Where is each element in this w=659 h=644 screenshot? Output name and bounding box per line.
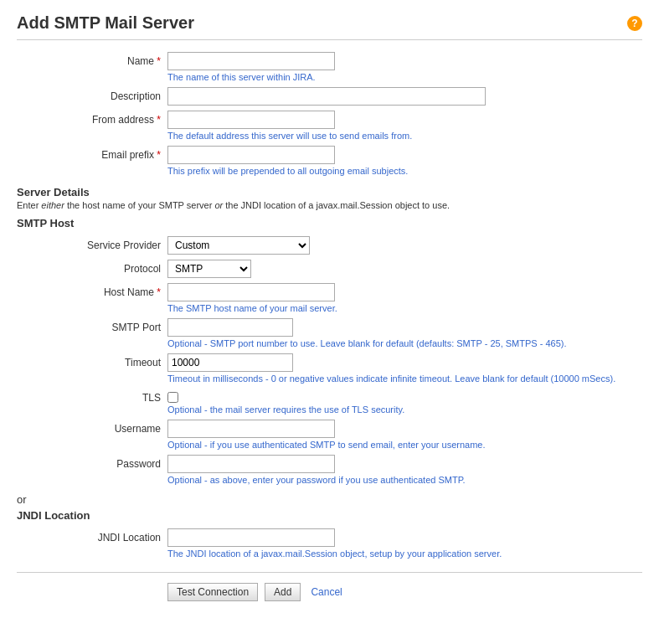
host-name-required: * [157, 286, 161, 298]
from-address-required: * [157, 114, 161, 126]
host-name-field-group: The SMTP host name of your mail server. [167, 283, 337, 313]
help-icon[interactable]: ? [627, 16, 642, 31]
service-provider-select[interactable]: Custom Gmail Yahoo Hotmail [167, 236, 310, 255]
smtp-host-title: SMTP Host [17, 217, 642, 229]
button-row: Test Connection Add Cancel [17, 572, 642, 601]
either-text: either [41, 200, 64, 210]
description-field-group [167, 87, 486, 106]
or-em-text: or [214, 200, 223, 210]
add-button[interactable]: Add [265, 583, 301, 601]
name-hint: The name of this server within JIRA. [167, 72, 335, 82]
jndi-location-label: JNDI Location [17, 528, 167, 544]
tls-field-group: Optional - the mail server requires the … [167, 389, 404, 415]
jndi-section-title: JNDI Location [17, 509, 642, 522]
username-input[interactable] [167, 420, 335, 438]
protocol-field-group: SMTP SMTPS [167, 260, 251, 278]
email-prefix-required: * [157, 149, 161, 161]
password-row: Password Optional - as above, enter your… [17, 455, 642, 485]
server-details-title: Server Details [17, 186, 642, 198]
username-row: Username Optional - if you use authentic… [17, 420, 642, 450]
description-label: Description [17, 87, 167, 102]
protocol-label: Protocol [17, 260, 167, 275]
timeout-label: Timeout [17, 353, 167, 368]
tls-checkbox-row [167, 389, 404, 403]
host-name-input[interactable] [167, 283, 335, 301]
service-provider-field-group: Custom Gmail Yahoo Hotmail [167, 236, 310, 255]
email-prefix-row: Email prefix * This prefix will be prepe… [17, 146, 642, 176]
smtps-default: SMTPS - 465 [506, 338, 561, 348]
from-address-field-group: The default address this server will use… [167, 111, 412, 141]
email-prefix-label: Email prefix * [17, 146, 167, 161]
cancel-button[interactable]: Cancel [307, 584, 345, 600]
from-address-hint: The default address this server will use… [167, 131, 412, 141]
email-prefix-hint: This prefix will be prepended to all out… [167, 166, 408, 176]
name-input[interactable] [167, 52, 335, 70]
server-details-desc: Enter either the host name of your SMTP … [17, 200, 642, 210]
jndi-location-field-group: The JNDI location of a javax.mail.Sessio… [167, 528, 502, 559]
username-label: Username [17, 420, 167, 435]
host-name-label: Host Name * [17, 283, 167, 298]
page-header: Add SMTP Mail Server ? [17, 13, 642, 40]
protocol-row: Protocol SMTP SMTPS [17, 260, 642, 278]
tls-label: TLS [17, 389, 167, 404]
jndi-location-input[interactable] [167, 528, 335, 547]
email-prefix-input[interactable] [167, 146, 335, 164]
server-details-section: Server Details Enter either the host nam… [17, 186, 642, 210]
password-label: Password [17, 455, 167, 470]
tls-checkbox[interactable] [167, 392, 178, 403]
username-field-group: Optional - if you use authenticated SMTP… [167, 420, 486, 450]
smtp-port-input[interactable] [167, 318, 293, 337]
timeout-input[interactable] [167, 353, 293, 372]
host-name-row: Host Name * The SMTP host name of your m… [17, 283, 642, 313]
password-hint: Optional - as above, enter your password… [167, 475, 466, 485]
protocol-select[interactable]: SMTP SMTPS [167, 260, 251, 278]
name-required: * [157, 55, 161, 67]
tls-row: TLS Optional - the mail server requires … [17, 389, 642, 415]
email-prefix-field-group: This prefix will be prepended to all out… [167, 146, 408, 176]
username-hint: Optional - if you use authenticated SMTP… [167, 440, 486, 450]
from-address-label: From address * [17, 111, 167, 126]
host-name-hint: The SMTP host name of your mail server. [167, 303, 337, 313]
password-field-group: Optional - as above, enter your password… [167, 455, 466, 485]
or-separator: or [17, 493, 642, 506]
from-address-row: From address * The default address this … [17, 111, 642, 141]
smtp-port-field-group: Optional - SMTP port number to use. Leav… [167, 318, 567, 348]
name-label: Name * [17, 52, 167, 67]
timeout-row: Timeout Timeout in milliseconds - 0 or n… [17, 353, 642, 384]
name-row: Name * The name of this server within JI… [17, 52, 642, 82]
page-title: Add SMTP Mail Server [17, 13, 194, 33]
smtp-port-label: SMTP Port [17, 318, 167, 333]
jndi-location-row: JNDI Location The JNDI location of a jav… [17, 528, 642, 559]
service-provider-label: Service Provider [17, 236, 167, 251]
tls-hint: Optional - the mail server requires the … [167, 404, 404, 415]
service-provider-row: Service Provider Custom Gmail Yahoo Hotm… [17, 236, 642, 255]
smtp-port-hint: Optional - SMTP port number to use. Leav… [167, 338, 567, 348]
page-container: Add SMTP Mail Server ? Name * The name o… [0, 0, 659, 644]
smtp-port-row: SMTP Port Optional - SMTP port number to… [17, 318, 642, 348]
smtp-default: SMTP - 25 [456, 338, 500, 348]
timeout-field-group: Timeout in milliseconds - 0 or negative … [167, 353, 615, 384]
description-row: Description [17, 87, 642, 106]
from-address-input[interactable] [167, 111, 335, 129]
timeout-hint: Timeout in milliseconds - 0 or negative … [167, 374, 615, 384]
description-input[interactable] [167, 87, 486, 106]
name-field-group: The name of this server within JIRA. [167, 52, 335, 82]
jndi-location-hint: The JNDI location of a javax.mail.Sessio… [167, 549, 502, 559]
test-connection-button[interactable]: Test Connection [167, 583, 258, 601]
password-input[interactable] [167, 455, 335, 473]
